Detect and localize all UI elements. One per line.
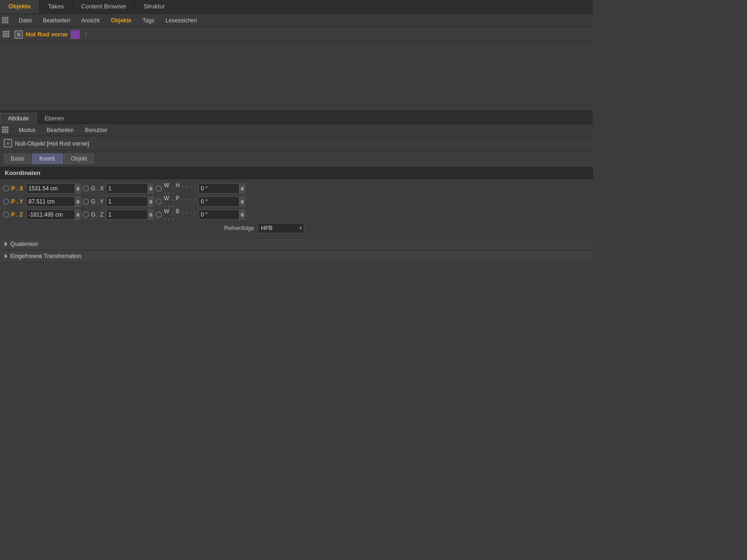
menu-bearbeiten[interactable]: Bearbeiten xyxy=(38,16,75,25)
spin-gx[interactable] xyxy=(148,183,154,194)
input-pz[interactable] xyxy=(26,210,75,220)
input-group-wp xyxy=(198,196,245,207)
input-gy[interactable] xyxy=(106,196,148,207)
spin-up-wb[interactable] xyxy=(240,213,244,215)
radio-gx[interactable] xyxy=(83,185,89,192)
spin-down-pz[interactable] xyxy=(76,215,80,217)
spin-py[interactable] xyxy=(75,196,81,207)
spin-down-wp[interactable] xyxy=(240,202,244,204)
spin-down-gx[interactable] xyxy=(149,189,153,191)
quaternion-section[interactable]: Quaternion xyxy=(0,238,593,250)
sub-menu-benutzer[interactable]: Benutzer xyxy=(80,126,112,134)
radio-py[interactable] xyxy=(3,198,9,205)
tab-objekt[interactable]: Objekt xyxy=(64,154,94,164)
spin-down-wb[interactable] xyxy=(240,215,244,217)
eingefrorene-section[interactable]: Eingefrorene Transformation xyxy=(0,250,593,262)
spin-down-gy[interactable] xyxy=(149,202,153,204)
menu-bar: Datei Bearbeiten Ansicht Objekte Tags Le… xyxy=(0,14,593,27)
null-icon-small: 0 xyxy=(4,139,12,147)
sub-menu-modus[interactable]: Modus xyxy=(14,126,40,134)
tab-takes[interactable]: Takes xyxy=(40,0,73,14)
object-badge: 0 xyxy=(16,32,21,37)
input-group-wh xyxy=(198,183,245,194)
menu-objekte[interactable]: Objekte xyxy=(106,16,136,25)
radio-wh[interactable] xyxy=(155,185,162,192)
label-wb: W . B . . . . . . . xyxy=(164,208,197,221)
tab-objekte[interactable]: Objekte xyxy=(0,0,40,14)
spin-down-py[interactable] xyxy=(76,202,80,204)
label-gy: G . Y xyxy=(91,198,104,205)
spin-up-py[interactable] xyxy=(76,200,80,202)
spin-down-px[interactable] xyxy=(76,189,80,191)
tab-attribute[interactable]: Attribute xyxy=(0,113,37,124)
spin-up-gy[interactable] xyxy=(149,200,153,202)
radio-gy[interactable] xyxy=(83,198,89,205)
sub-menu-bearbeiten[interactable]: Bearbeiten xyxy=(42,126,78,134)
reihenfolge-select-wrapper[interactable]: HPB PHB BPH xyxy=(258,223,304,233)
null-object-icon: 0 xyxy=(14,30,23,39)
radio-wb[interactable] xyxy=(155,211,162,218)
coord-row-py: P . Y G . Y W . P . . . . . . . xyxy=(0,195,593,208)
spin-down-wh[interactable] xyxy=(240,189,244,191)
eingefrorene-label: Eingefrorene Transformation xyxy=(10,253,81,259)
input-wb[interactable] xyxy=(198,210,240,220)
coordinate-rows: P . X G . X W . H . . . . . . . xyxy=(0,179,593,238)
coord-tab-bar: Basis Koord. Objekt xyxy=(0,151,593,167)
tab-basis[interactable]: Basis xyxy=(4,154,31,164)
menu-grid-icon xyxy=(2,17,9,24)
object-title: Null-Objekt [Hot Rod vorne] xyxy=(15,140,89,147)
reihenfolge-select[interactable]: HPB PHB BPH xyxy=(258,223,304,233)
spin-pz[interactable] xyxy=(75,210,81,220)
spin-gy[interactable] xyxy=(148,196,154,207)
object-dots: ⋮ xyxy=(83,31,89,38)
spin-gz[interactable] xyxy=(148,210,154,220)
spin-up-wp[interactable] xyxy=(240,200,244,202)
obj-grid-icon xyxy=(3,31,10,38)
input-wp[interactable] xyxy=(198,196,240,207)
coord-row-px: P . X G . X W . H . . . . . . . xyxy=(0,182,593,195)
input-group-gz xyxy=(106,210,154,220)
quaternion-label: Quaternion xyxy=(10,241,38,247)
spin-down-gz[interactable] xyxy=(149,215,153,217)
label-gz: G . Z xyxy=(91,211,104,218)
spin-wp[interactable] xyxy=(240,196,245,207)
menu-ansicht[interactable]: Ansicht xyxy=(77,16,104,25)
tab-ebenen[interactable]: Ebenen xyxy=(37,113,72,124)
input-wh[interactable] xyxy=(198,183,240,194)
spin-up-pz[interactable] xyxy=(76,213,80,215)
sub-menu-grid-icon xyxy=(2,126,9,134)
color-swatch[interactable] xyxy=(70,30,80,39)
radio-wp[interactable] xyxy=(155,198,162,205)
input-group-pz xyxy=(26,210,81,220)
input-py[interactable] xyxy=(26,196,75,207)
label-wh: W . H . . . . . . . xyxy=(164,182,197,195)
label-py: P . Y xyxy=(11,198,24,205)
spin-wb[interactable] xyxy=(240,210,245,220)
menu-tags[interactable]: Tags xyxy=(138,16,159,25)
input-gx[interactable] xyxy=(106,183,148,194)
input-group-gx xyxy=(106,183,154,194)
label-wp: W . P . . . . . . . xyxy=(164,195,197,208)
input-gz[interactable] xyxy=(106,210,148,220)
object-bar: 0 Hot Rod vorne ⋮ xyxy=(0,27,593,42)
radio-px[interactable] xyxy=(3,185,9,192)
spin-px[interactable] xyxy=(75,183,81,194)
coordinates-section-header: Koordinaten xyxy=(0,167,593,179)
spin-up-px[interactable] xyxy=(76,187,80,189)
tab-struktur[interactable]: Struktur xyxy=(135,0,174,14)
spin-up-gx[interactable] xyxy=(149,187,153,189)
object-icon-group: 0 xyxy=(3,30,23,39)
spin-wh[interactable] xyxy=(240,183,245,194)
menu-lesezeichen[interactable]: Lesezeichen xyxy=(161,16,202,25)
tab-content-browser[interactable]: Content Browser xyxy=(73,0,135,14)
label-px: P . X xyxy=(11,185,24,192)
radio-pz[interactable] xyxy=(3,211,9,218)
spin-up-gz[interactable] xyxy=(149,213,153,215)
expand-arrow-quaternion xyxy=(5,242,7,246)
radio-gz[interactable] xyxy=(83,211,89,218)
tab-koord[interactable]: Koord. xyxy=(32,154,63,164)
sub-menu-bar: Modus Bearbeiten Benutzer xyxy=(0,124,593,136)
input-px[interactable] xyxy=(26,183,75,194)
spin-up-wh[interactable] xyxy=(240,187,244,189)
menu-datei[interactable]: Datei xyxy=(14,16,36,25)
